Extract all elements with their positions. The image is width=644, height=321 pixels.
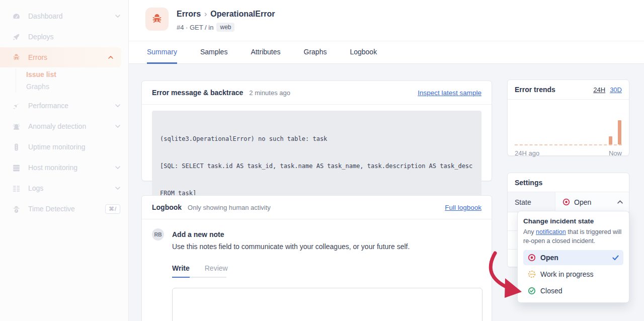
avatar: RB — [152, 228, 164, 240]
sidebar-item-performance[interactable]: Performance — [0, 96, 128, 116]
dropdown-title: Change incident state — [523, 217, 623, 225]
trend-bars — [515, 107, 622, 145]
breadcrumb: Errors›OperationalError — [177, 10, 275, 19]
chevron-down-icon — [115, 15, 120, 18]
tab-graphs[interactable]: Graphs — [304, 41, 327, 64]
sidebar-item-host-monitoring[interactable]: Host monitoring — [0, 157, 128, 178]
incident-meta: #4 · GET / in web — [177, 23, 234, 32]
code-line: (sqlite3.OperationalError) no such table… — [160, 134, 473, 143]
dashboard-icon — [12, 12, 21, 21]
sidebar-item-label: Anomaly detection — [28, 122, 115, 130]
list-icon — [12, 184, 21, 193]
sidebar-item-label: Performance — [28, 102, 115, 110]
state-closed-icon — [528, 287, 536, 295]
sidebar-item-graphs[interactable]: Graphs — [26, 81, 128, 93]
sidebar-item-time-detective[interactable]: Time Detective ⌘/ — [0, 199, 128, 219]
server-icon — [12, 164, 21, 172]
range-24h-toggle[interactable]: 24H — [593, 86, 605, 94]
state-open-icon — [528, 254, 536, 262]
state-option-work-in-progress[interactable]: Work in progress — [523, 267, 623, 282]
sidebar-errors-submenu: Issue list Graphs — [16, 68, 128, 93]
chevron-down-icon — [115, 125, 120, 128]
sidebar-item-label: Time Detective — [28, 205, 105, 213]
notification-link[interactable]: notification — [536, 228, 566, 235]
sidebar-item-label: Dashboard — [28, 12, 115, 20]
dropdown-description: Any notification that is triggered will … — [523, 227, 623, 246]
state-current-value: Open — [574, 198, 591, 206]
detective-icon — [12, 205, 21, 213]
sidebar-item-dashboard[interactable]: Dashboard — [0, 6, 128, 26]
state-wip-icon — [528, 270, 536, 278]
sidebar-item-label: Deploys — [28, 33, 120, 41]
settings-title: Settings — [515, 179, 542, 187]
note-editor-tabs: Write Review — [172, 264, 226, 278]
incident-number-route: #4 · GET / in — [177, 24, 213, 31]
breadcrumb-separator: › — [204, 10, 207, 18]
sidebar: Dashboard Deploys Errors Issue list Grap… — [0, 0, 129, 321]
siren-icon — [12, 122, 21, 131]
sidebar-item-logs[interactable]: Logs — [0, 178, 128, 198]
page-header: Errors›OperationalError #4 · GET / in we… — [129, 0, 644, 41]
logbook-title: Logbook — [152, 203, 182, 211]
sidebar-item-label: Host monitoring — [28, 164, 115, 172]
error-trends-title: Error trends — [515, 86, 555, 94]
state-option-closed[interactable]: Closed — [523, 283, 623, 298]
full-logbook-link[interactable]: Full logbook — [445, 204, 481, 211]
add-note-title: Add a new note — [172, 228, 481, 238]
sidebar-item-label: Logs — [28, 184, 115, 192]
tab-review[interactable]: Review — [205, 264, 228, 278]
sidebar-item-anomaly-detection[interactable]: Anomaly detection — [0, 116, 128, 136]
trend-label-left: 24H ago — [515, 149, 539, 157]
range-30d-toggle[interactable]: 30D — [610, 86, 622, 94]
incident-tabbar: Summary Samples Attributes Graphs Logboo… — [129, 41, 644, 64]
error-card-title: Error message & backtrace — [152, 89, 243, 97]
tab-samples[interactable]: Samples — [200, 41, 227, 64]
sidebar-item-issue-list[interactable]: Issue list — [26, 68, 128, 81]
sidebar-item-uptime-monitoring[interactable]: Uptime monitoring — [0, 137, 128, 157]
error-trends-card: Error trends 24H 30D 24H ago Now — [507, 79, 629, 156]
code-line: [SQL: SELECT task.id AS task_id, task.na… — [160, 162, 473, 171]
state-select[interactable]: Open — [555, 192, 629, 212]
change-state-dropdown: Change incident state Any notification t… — [517, 211, 629, 303]
logbook-subtitle: Only showing human activity — [188, 204, 271, 211]
inspect-latest-sample-link[interactable]: Inspect latest sample — [418, 89, 481, 97]
rocket-icon — [12, 33, 21, 41]
sidebar-item-label: Errors — [28, 53, 108, 61]
sidebar-item-errors[interactable]: Errors — [0, 47, 121, 67]
chevron-down-icon — [115, 166, 120, 169]
logbook-card: Logbook Only showing human activity Full… — [141, 195, 492, 321]
trend-label-right: Now — [609, 149, 622, 157]
traffic-light-icon — [12, 143, 21, 151]
selected-check-icon — [612, 255, 619, 261]
state-setting-row: State Open — [508, 192, 629, 212]
tab-write[interactable]: Write — [172, 264, 190, 278]
error-bug-icon — [145, 8, 169, 31]
state-label: State — [508, 192, 555, 212]
tab-logbook[interactable]: Logbook — [350, 41, 377, 64]
error-card-timestamp: 2 minutes ago — [249, 89, 290, 97]
chevron-down-icon — [115, 187, 120, 190]
state-option-open[interactable]: Open — [523, 250, 623, 265]
performance-icon — [12, 102, 21, 110]
content-area: Error message & backtrace 2 minutes ago … — [129, 64, 644, 321]
error-message-card: Error message & backtrace 2 minutes ago … — [141, 81, 492, 181]
page-title: OperationalError — [210, 10, 275, 18]
state-open-icon — [562, 198, 570, 206]
time-detective-shortcut: ⌘/ — [105, 204, 120, 214]
sidebar-item-label: Uptime monitoring — [28, 143, 120, 151]
tab-summary[interactable]: Summary — [147, 41, 177, 64]
tab-attributes[interactable]: Attributes — [251, 41, 280, 64]
note-textarea[interactable] — [172, 288, 482, 321]
bug-icon — [12, 53, 21, 62]
chevron-up-icon — [108, 56, 113, 59]
breadcrumb-errors[interactable]: Errors — [177, 10, 201, 18]
namespace-badge: web — [216, 23, 234, 32]
chevron-up-icon — [617, 200, 623, 204]
chevron-down-icon — [115, 104, 120, 107]
add-note-description: Use this notes field to communicate with… — [172, 243, 481, 251]
sidebar-item-deploys[interactable]: Deploys — [0, 27, 128, 47]
